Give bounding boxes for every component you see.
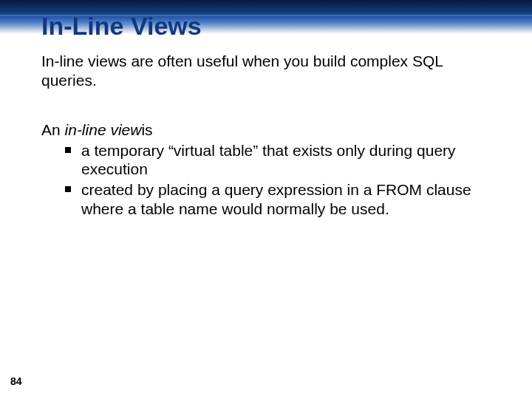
- slide-title: In-Line Views: [41, 12, 202, 41]
- intro-text: In-line views are often useful when you …: [41, 52, 492, 89]
- definition-line: An in-line viewis: [41, 120, 492, 140]
- bullet-list: a temporary “virtual table” that exists …: [41, 141, 492, 218]
- list-item: a temporary “virtual table” that exists …: [41, 141, 492, 179]
- list-item: created by placing a query expression in…: [41, 180, 492, 218]
- definition-suffix: is: [141, 121, 152, 138]
- page-number: 84: [10, 375, 22, 387]
- slide-content: In-line views are often useful when you …: [41, 52, 492, 218]
- definition-term: in-line view: [65, 121, 142, 138]
- definition-prefix: An: [41, 121, 65, 138]
